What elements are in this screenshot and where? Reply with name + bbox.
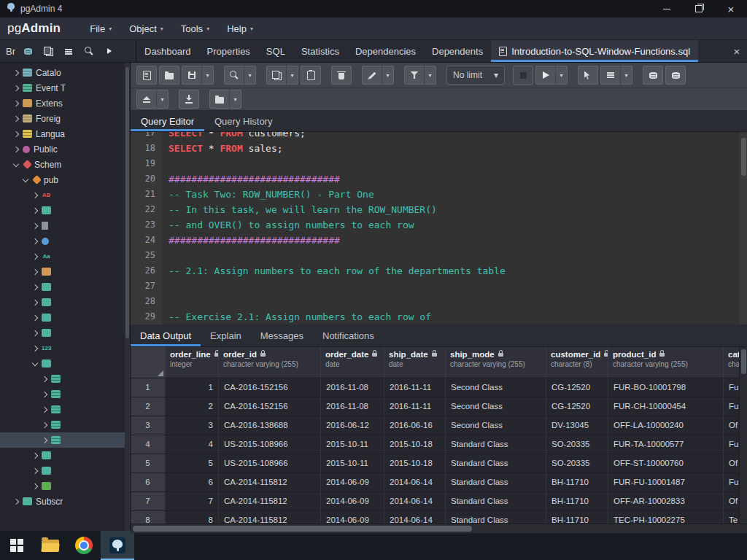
data-cell[interactable]: 2016-11-11 xyxy=(384,397,446,416)
edit-options-button[interactable]: ▾ xyxy=(382,66,394,85)
data-cell[interactable]: 2015-10-18 xyxy=(384,435,446,454)
row-number-cell[interactable]: 8 xyxy=(131,511,166,524)
data-cell[interactable]: Second Class xyxy=(446,378,546,397)
data-cell[interactable]: CA-2016-152156 xyxy=(219,397,321,416)
code-line[interactable]: 23-- and OVER() to assign numbers to eac… xyxy=(131,217,747,233)
execute-button[interactable] xyxy=(535,66,556,85)
tree-item[interactable] xyxy=(0,478,130,494)
copy-button[interactable] xyxy=(266,66,287,85)
tree-item[interactable]: Aa xyxy=(0,249,130,264)
tab-statistics[interactable]: Statistics xyxy=(293,40,347,62)
row-number-cell[interactable]: 6 xyxy=(131,473,166,491)
column-header-order_id[interactable]: order_idcharacter varying (255) xyxy=(219,347,321,378)
data-cell[interactable]: 2015-10-11 xyxy=(321,454,384,472)
chevron-right-icon[interactable] xyxy=(42,376,47,381)
data-cell[interactable]: 2014-06-14 xyxy=(384,511,446,524)
table-row[interactable]: 33CA-2016-1386882016-06-122016-06-16Seco… xyxy=(131,416,747,435)
data-cell[interactable]: 1 xyxy=(166,378,219,397)
rollback-button[interactable] xyxy=(665,66,686,85)
menu-help[interactable]: Help▾ xyxy=(218,18,262,39)
console-icon[interactable] xyxy=(101,43,117,59)
column-header-ship_date[interactable]: ship_datedate xyxy=(384,347,446,378)
chevron-down-icon[interactable] xyxy=(13,160,19,166)
data-cell[interactable]: FUR-CH-10000454 xyxy=(608,397,724,416)
close-panel-icon[interactable]: × xyxy=(727,40,747,62)
code-line[interactable]: 28 xyxy=(131,294,747,309)
code-line[interactable]: 29-- Exercise 2.1: Assign numbers to eac… xyxy=(131,309,747,324)
paste-button[interactable] xyxy=(301,66,321,85)
data-cell[interactable]: 3 xyxy=(166,416,219,435)
data-cell[interactable]: BH-11710 xyxy=(546,492,608,510)
code-line[interactable]: 17SELECT * FROM customers; xyxy=(131,132,747,141)
tree-item[interactable] xyxy=(0,310,130,325)
chevron-right-icon[interactable] xyxy=(42,437,47,443)
chevron-right-icon[interactable] xyxy=(32,314,38,320)
chevron-right-icon[interactable] xyxy=(42,406,47,412)
data-cell[interactable]: OFF-ST-10000760 xyxy=(608,454,724,472)
column-header-order_line[interactable]: order_lineinteger xyxy=(166,347,219,378)
data-cell[interactable]: Standard Class xyxy=(446,473,546,491)
column-header-customer_id[interactable]: customer_idcharacter (8) xyxy=(546,347,608,378)
code-line[interactable]: 20############################## xyxy=(131,171,747,187)
search-icon[interactable] xyxy=(81,43,97,59)
data-cell[interactable]: FUR-BO-10001798 xyxy=(608,378,724,397)
code-line[interactable]: 24############################## xyxy=(131,233,747,248)
sql-editor[interactable]: 17SELECT * FROM customers;18SELECT * FRO… xyxy=(131,132,747,324)
save-data-changes-button[interactable] xyxy=(136,90,157,109)
data-cell[interactable]: CA-2014-115812 xyxy=(219,511,321,524)
tree-item[interactable] xyxy=(0,448,130,463)
chevron-right-icon[interactable] xyxy=(13,85,19,90)
chevron-down-icon[interactable] xyxy=(32,359,38,365)
tree-item[interactable]: AB xyxy=(0,187,130,203)
data-cell[interactable]: US-2015-108966 xyxy=(219,454,321,472)
code-line[interactable]: 27 xyxy=(131,279,747,294)
data-cell[interactable]: 2 xyxy=(166,397,219,416)
macros-button[interactable] xyxy=(209,90,230,109)
edit-button[interactable] xyxy=(362,66,382,85)
chevron-right-icon[interactable] xyxy=(13,100,19,106)
data-cell[interactable]: 6 xyxy=(166,473,219,491)
tab-data-output[interactable]: Data Output xyxy=(131,324,201,346)
tree-item[interactable] xyxy=(0,295,130,310)
table-row[interactable]: 55US-2015-1089662015-10-112015-10-18Stan… xyxy=(131,454,747,473)
data-cell[interactable]: 2016-11-08 xyxy=(321,397,384,416)
table-row[interactable]: 44US-2015-1089662015-10-112015-10-18Stan… xyxy=(131,435,747,454)
data-cell[interactable]: 4 xyxy=(166,435,219,454)
tree-item[interactable] xyxy=(0,356,130,371)
copy-options-button[interactable]: ▾ xyxy=(286,66,298,85)
data-cell[interactable]: BH-11710 xyxy=(546,473,608,491)
data-cell[interactable]: 2016-11-11 xyxy=(384,378,446,397)
editor-scrollbar[interactable] xyxy=(740,132,747,324)
code-line[interactable]: 19 xyxy=(131,156,747,171)
data-cell[interactable]: CG-12520 xyxy=(546,397,608,416)
chevron-right-icon[interactable] xyxy=(32,284,38,289)
code-line[interactable]: 22-- In this task, we will learn the ROW… xyxy=(131,202,747,217)
data-cell[interactable]: Second Class xyxy=(446,397,546,416)
table-row[interactable]: 66CA-2014-1158122014-06-092014-06-14Stan… xyxy=(131,473,747,492)
tree-item[interactable] xyxy=(0,386,130,402)
row-number-cell[interactable]: 2 xyxy=(131,397,166,416)
tree-item[interactable] xyxy=(0,463,130,478)
tab-messages[interactable]: Messages xyxy=(251,324,313,346)
data-cell[interactable]: Standard Class xyxy=(446,511,546,524)
chevron-right-icon[interactable] xyxy=(32,253,38,259)
chevron-right-icon[interactable] xyxy=(32,330,38,335)
tab-sql-file[interactable]: Introduction-to-SQL-Window-Functions.sql xyxy=(491,40,698,62)
tree-item[interactable]: 123 xyxy=(0,341,130,356)
tree-item[interactable] xyxy=(0,402,130,417)
data-cell[interactable]: 2016-06-12 xyxy=(321,416,384,435)
data-cell[interactable]: 2015-10-18 xyxy=(384,454,446,472)
data-cell[interactable]: 7 xyxy=(166,492,219,510)
save-options-button[interactable]: ▾ xyxy=(201,66,214,85)
data-cell[interactable]: 2014-06-14 xyxy=(384,492,446,510)
data-cell[interactable]: Second Class xyxy=(446,416,546,435)
find-button[interactable] xyxy=(224,66,244,85)
tree-item[interactable] xyxy=(0,218,130,233)
data-cell[interactable]: SO-20335 xyxy=(546,454,608,472)
data-cell[interactable]: 2015-10-11 xyxy=(321,435,384,454)
data-cell[interactable]: 2014-06-09 xyxy=(321,511,384,524)
tree-item-foreig[interactable]: Foreig xyxy=(0,111,130,126)
table-icon[interactable] xyxy=(40,43,56,59)
stop-button[interactable] xyxy=(513,66,533,85)
delete-button[interactable] xyxy=(331,66,352,85)
